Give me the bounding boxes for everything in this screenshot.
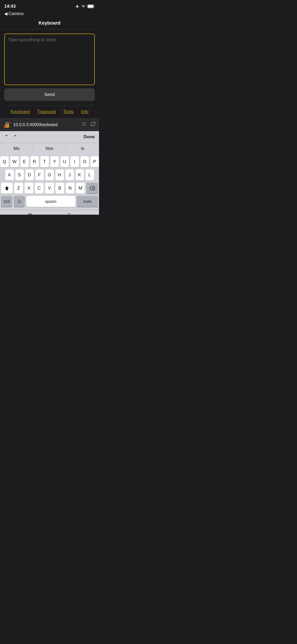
key-v[interactable]: V <box>45 183 54 194</box>
back-chevron-icon: ◀ <box>4 11 7 16</box>
key-p[interactable]: P <box>91 156 99 167</box>
key-g[interactable]: G <box>45 169 54 181</box>
shift-key[interactable] <box>1 183 13 194</box>
svg-rect-1 <box>88 5 93 8</box>
key-u[interactable]: U <box>60 156 69 167</box>
back-nav: ◀ Camera <box>0 11 99 18</box>
battery-icon <box>87 4 95 8</box>
url-bar: 🔒 10.0.0.3:4000/keyboard <box>0 118 99 131</box>
key-a[interactable]: A <box>5 169 14 181</box>
suggestion-non[interactable]: Non <box>33 145 66 152</box>
nav-title-bar: Keyboard <box>0 18 99 29</box>
toolbar-done-button[interactable]: Done <box>84 134 95 140</box>
tab-bar: Keyboard Trackpad Tools Info <box>0 105 99 118</box>
lock-crossed-icon: 🔒 <box>3 121 11 128</box>
key-d[interactable]: D <box>25 169 34 181</box>
key-e[interactable]: E <box>20 156 29 167</box>
status-icons <box>75 4 95 8</box>
key-o[interactable]: O <box>81 156 89 167</box>
bottom-bar <box>0 210 99 215</box>
keyboard-toolbar: ⌃ ⌄ Done <box>0 131 99 143</box>
main-content: Send <box>0 29 99 105</box>
key-row-4: 123 ☺ spazio invio <box>1 196 98 207</box>
key-row-1: Q W E R T Y U I O P <box>1 156 98 167</box>
back-button[interactable]: ◀ Camera <box>4 11 95 16</box>
url-refresh-icon[interactable] <box>91 121 96 128</box>
message-input[interactable] <box>8 37 91 81</box>
url-list-icon[interactable] <box>82 121 87 128</box>
key-f[interactable]: F <box>35 169 44 181</box>
status-bar: 14:43 <box>0 0 99 11</box>
send-button[interactable]: Send <box>4 88 95 101</box>
tab-trackpad[interactable]: Trackpad <box>37 109 56 114</box>
url-text[interactable]: 10.0.0.3:4000/keyboard <box>13 122 79 127</box>
svg-rect-4 <box>82 124 86 124</box>
suggestions-row: Ma Non Io <box>0 143 99 154</box>
globe-icon[interactable] <box>26 213 34 215</box>
key-w[interactable]: W <box>10 156 19 167</box>
key-c[interactable]: C <box>35 183 44 194</box>
toolbar-nav: ⌃ ⌄ <box>4 134 17 140</box>
key-r[interactable]: R <box>30 156 39 167</box>
key-l[interactable]: L <box>86 169 94 181</box>
key-z[interactable]: Z <box>14 183 23 194</box>
next-arrow-icon[interactable]: ⌄ <box>13 134 17 140</box>
text-area-container <box>4 34 95 85</box>
numbers-key[interactable]: 123 <box>1 196 12 207</box>
key-n[interactable]: N <box>66 183 74 194</box>
key-x[interactable]: X <box>25 183 33 194</box>
key-row-2: A S D F G H J K L <box>1 169 98 181</box>
keyboard: Q W E R T Y U I O P A S D F G H J K L Z … <box>0 154 99 210</box>
key-y[interactable]: Y <box>50 156 59 167</box>
key-q[interactable]: Q <box>0 156 9 167</box>
key-j[interactable]: J <box>65 169 74 181</box>
status-time: 14:43 <box>4 4 16 9</box>
mic-icon[interactable] <box>66 213 73 215</box>
key-h[interactable]: H <box>55 169 64 181</box>
tab-info[interactable]: Info <box>81 109 88 114</box>
svg-rect-3 <box>82 122 86 123</box>
emoji-key[interactable]: ☺ <box>14 196 25 207</box>
suggestion-ma[interactable]: Ma <box>0 145 33 152</box>
prev-arrow-icon[interactable]: ⌃ <box>4 134 9 140</box>
return-key[interactable]: invio <box>77 196 98 207</box>
backspace-key[interactable] <box>86 183 98 194</box>
svg-rect-13 <box>68 213 70 215</box>
suggestion-io[interactable]: Io <box>66 145 99 152</box>
url-actions <box>82 121 96 128</box>
space-key[interactable]: spazio <box>26 196 75 207</box>
key-i[interactable]: I <box>70 156 79 167</box>
wifi-icon <box>81 4 86 8</box>
tab-tools[interactable]: Tools <box>63 109 74 114</box>
key-t[interactable]: T <box>40 156 49 167</box>
back-label: Camera <box>8 11 23 16</box>
key-row-3: Z X C V B N M <box>1 183 98 194</box>
key-k[interactable]: K <box>76 169 84 181</box>
airplane-icon <box>75 4 79 8</box>
svg-rect-5 <box>82 125 86 126</box>
tab-keyboard[interactable]: Keyboard <box>11 109 30 114</box>
key-b[interactable]: B <box>55 183 64 194</box>
key-s[interactable]: S <box>15 169 24 181</box>
svg-line-2 <box>4 123 10 127</box>
key-m[interactable]: M <box>76 183 85 194</box>
page-title: Keyboard <box>39 20 60 26</box>
